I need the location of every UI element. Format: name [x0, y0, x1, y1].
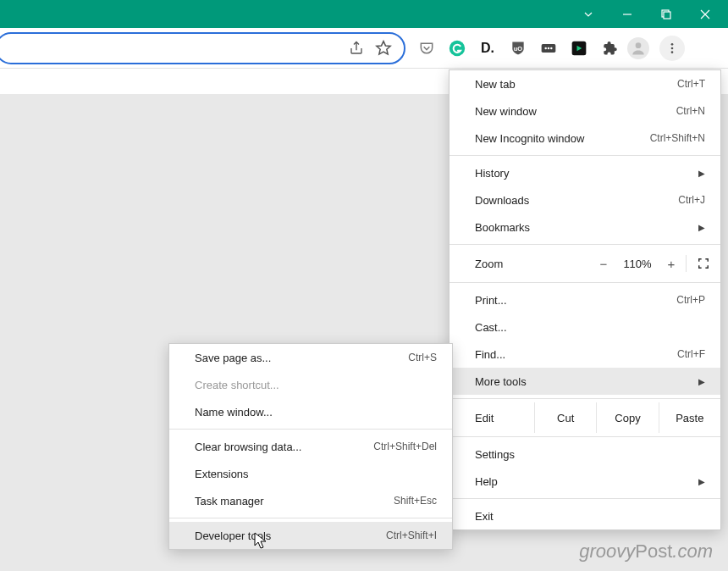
svg-point-11 [671, 47, 674, 49]
menu-new-window[interactable]: New windowCtrl+N [449, 97, 720, 125]
chevron-right-icon: ▶ [698, 477, 705, 486]
submenu-save-page[interactable]: Save page as...Ctrl+S [169, 344, 452, 371]
extension-d-icon[interactable]: D. [475, 36, 500, 61]
ublock-icon[interactable]: uO [505, 36, 531, 61]
fullscreen-icon[interactable] [687, 258, 720, 269]
zoom-in-button[interactable]: + [657, 257, 686, 271]
zoom-out-button[interactable]: − [589, 257, 618, 271]
extensions-puzzle-icon[interactable] [597, 36, 622, 61]
menu-new-incognito[interactable]: New Incognito windowCtrl+Shift+N [449, 125, 720, 152]
menu-new-tab[interactable]: New tabCtrl+T [449, 70, 720, 97]
menu-cut[interactable]: Cut [534, 402, 596, 433]
svg-point-12 [671, 51, 674, 53]
menu-exit[interactable]: Exit [449, 502, 720, 529]
watermark: groovyPost.com [579, 541, 713, 563]
menu-find[interactable]: Find...Ctrl+F [449, 341, 720, 368]
menu-bookmarks[interactable]: Bookmarks▶ [449, 213, 720, 241]
menu-history[interactable]: History▶ [449, 159, 720, 186]
menu-more-tools[interactable]: More tools▶ [449, 368, 720, 395]
pocket-icon[interactable] [414, 36, 439, 61]
svg-point-5 [544, 47, 547, 49]
menu-print[interactable]: Print...Ctrl+P [449, 286, 720, 313]
window-minimize[interactable] [608, 0, 647, 28]
svg-text:uO: uO [514, 44, 523, 52]
window-dropdown[interactable] [569, 0, 608, 28]
menu-help[interactable]: Help▶ [449, 468, 720, 495]
window-titlebar [0, 0, 728, 28]
address-bar[interactable] [0, 32, 405, 64]
menu-settings[interactable]: Settings [449, 441, 720, 468]
submenu-extensions[interactable]: Extensions [169, 460, 452, 487]
profile-avatar[interactable] [627, 37, 649, 59]
submenu-name-window[interactable]: Name window... [169, 398, 452, 425]
window-maximize[interactable] [647, 0, 686, 28]
grammarly-icon[interactable] [444, 36, 470, 61]
menu-cast[interactable]: Cast... [449, 313, 720, 341]
svg-point-7 [550, 47, 553, 49]
extension-play-icon[interactable] [566, 36, 592, 61]
submenu-clear-browsing-data[interactable]: Clear browsing data...Ctrl+Shift+Del [169, 433, 452, 460]
submenu-create-shortcut: Create shortcut... [169, 371, 452, 398]
chrome-menu-button[interactable] [659, 36, 685, 61]
bookmark-star-icon[interactable] [370, 35, 397, 62]
submenu-developer-tools[interactable]: Developer toolsCtrl+Shift+I [169, 522, 452, 549]
chevron-right-icon: ▶ [698, 169, 705, 178]
menu-downloads[interactable]: DownloadsCtrl+J [449, 186, 720, 213]
svg-point-2 [449, 40, 465, 55]
svg-point-6 [548, 47, 550, 49]
share-icon[interactable] [343, 35, 370, 62]
menu-copy[interactable]: Copy [596, 402, 658, 433]
menu-edit-row: Edit Cut Copy Paste [449, 402, 720, 433]
chevron-right-icon: ▶ [698, 223, 705, 232]
svg-point-10 [671, 43, 674, 46]
menu-paste[interactable]: Paste [659, 402, 720, 433]
svg-rect-1 [664, 12, 670, 19]
chevron-right-icon: ▶ [698, 377, 705, 386]
extensions-area: D. uO [414, 36, 690, 61]
extension-dots-icon[interactable] [536, 36, 561, 61]
submenu-task-manager[interactable]: Task managerShift+Esc [169, 487, 452, 514]
more-tools-submenu: Save page as...Ctrl+S Create shortcut...… [168, 343, 453, 550]
menu-zoom: Zoom − 110% + [449, 248, 720, 279]
browser-toolbar: D. uO [0, 28, 728, 69]
window-close[interactable] [686, 0, 725, 28]
zoom-value: 110% [618, 258, 657, 270]
svg-point-9 [636, 42, 642, 48]
chrome-main-menu: New tabCtrl+T New windowCtrl+N New Incog… [449, 69, 721, 530]
